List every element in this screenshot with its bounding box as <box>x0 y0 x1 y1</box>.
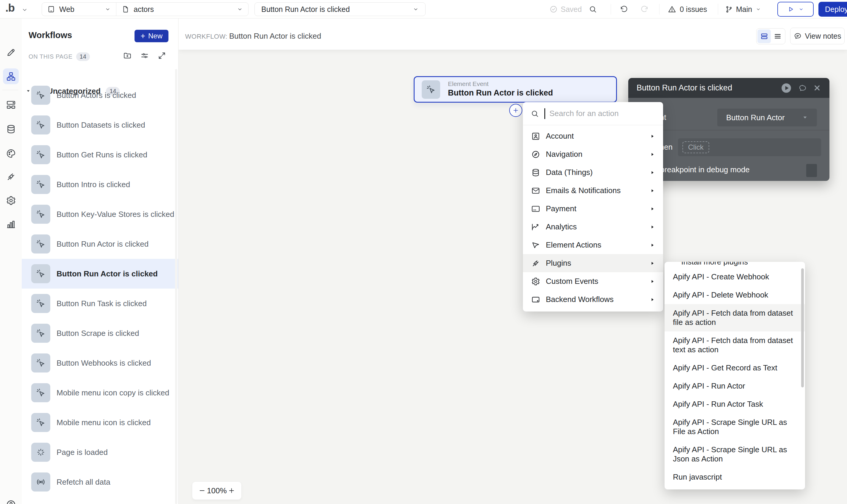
workflow-list: Button Actors is clicked Button Datasets… <box>22 80 178 497</box>
plugin-action-item[interactable]: Apify API - Run Actor <box>665 377 805 395</box>
view-notes-label: View notes <box>805 32 841 40</box>
bar-chart-icon[interactable] <box>6 219 16 229</box>
close-icon[interactable] <box>813 84 821 92</box>
card-view-toggle[interactable] <box>757 30 771 43</box>
redo-icon[interactable] <box>641 5 649 13</box>
zoom-in-icon[interactable] <box>228 487 235 494</box>
zoom-out-icon[interactable] <box>198 487 206 494</box>
components-icon[interactable] <box>6 100 16 110</box>
when-value-chip[interactable]: Click <box>682 141 709 153</box>
comment-bubble-icon[interactable] <box>798 84 807 92</box>
workflow-select[interactable]: Button Run Actor is clicked <box>254 2 426 16</box>
workflow-list-item[interactable]: Refetch all data <box>22 467 178 497</box>
issues-button[interactable]: 0 issues <box>668 0 707 18</box>
search-icon <box>530 109 539 118</box>
branch-selector[interactable]: Main <box>725 0 761 18</box>
breakpoint-checkbox[interactable] <box>806 164 817 177</box>
workflow-list-item[interactable]: Button Intro is clicked <box>22 169 178 199</box>
event-icon-chip <box>31 443 50 462</box>
bubble-logo[interactable]: .b <box>5 2 15 14</box>
event-icon-chip <box>31 413 50 432</box>
scrolled-partial-item[interactable]: Install more plugins <box>665 262 805 268</box>
undo-icon[interactable] <box>619 5 628 13</box>
workflows-tab-selected[interactable] <box>3 68 19 84</box>
workflow-list-item[interactable]: Button Run Actor is clicked <box>22 259 178 289</box>
palette-icon[interactable] <box>6 148 16 159</box>
action-category-item[interactable]: Data (Things) <box>523 163 663 181</box>
workflow-list-item[interactable]: Button Scrape is clicked <box>22 318 178 348</box>
category-icon <box>531 186 540 195</box>
toolbar-divider <box>659 4 660 15</box>
category-label: Data (Things) <box>546 168 593 177</box>
event-node[interactable]: Element Event Button Run Actor is clicke… <box>414 76 617 103</box>
deploy-button[interactable]: Deploy <box>818 2 847 17</box>
action-category-item[interactable]: Account <box>523 127 663 145</box>
plugin-action-item[interactable]: Run javascript <box>665 468 805 486</box>
workflow-list-item[interactable]: Page is loaded <box>22 437 178 467</box>
submenu-scrollbar-thumb[interactable] <box>801 268 804 388</box>
event-type-icon <box>36 417 46 428</box>
search-icon[interactable] <box>589 5 597 13</box>
saved-label: Saved <box>561 5 582 14</box>
element-dropdown[interactable]: Button Run Actor <box>717 109 817 126</box>
workflow-list-item[interactable]: Mobile menu icon copy is clicked <box>22 378 178 408</box>
plugin-action-item[interactable]: Apify API - Delete Webhook <box>665 286 805 304</box>
panel-scrollbar[interactable] <box>175 69 177 504</box>
submenu-arrow-icon <box>650 279 655 284</box>
platform-select[interactable]: Web <box>42 3 116 16</box>
plug-icon[interactable] <box>6 172 16 182</box>
monitor-icon <box>47 5 55 13</box>
design-pencil-icon[interactable] <box>6 47 16 57</box>
workflow-item-label: Button Scrape is clicked <box>57 329 139 338</box>
logo-chevron-down-icon[interactable] <box>21 6 28 13</box>
gear-icon[interactable] <box>6 196 16 205</box>
new-label: New <box>148 32 162 40</box>
plugin-action-item[interactable]: Apify API - Fetch data from dataset text… <box>665 331 805 359</box>
action-category-item[interactable]: Plugins <box>523 254 663 272</box>
category-label: Analytics <box>546 222 577 232</box>
view-notes-button[interactable]: View notes <box>790 28 845 44</box>
workflow-list-item[interactable]: Button Run Actor is clicked <box>22 229 178 259</box>
event-icon-chip <box>31 264 50 283</box>
workflow-list-item[interactable]: Button Run Task is clicked <box>22 289 178 318</box>
plugin-action-item[interactable]: Apify API - Create Webhook <box>665 268 805 286</box>
expand-icon[interactable] <box>158 51 166 60</box>
workflow-list-item[interactable]: Button Get Runs is clicked <box>22 140 178 169</box>
workflow-item-label: Button Datasets is clicked <box>57 121 145 130</box>
add-action-button[interactable] <box>509 104 522 117</box>
list-view-toggle[interactable] <box>771 30 784 43</box>
plugin-action-item[interactable]: Apify API - Scrape Single URL as Json as… <box>665 440 805 468</box>
warning-triangle-icon <box>668 5 676 13</box>
page-select[interactable]: actors <box>116 3 248 16</box>
action-category-item[interactable]: Custom Events <box>523 272 663 290</box>
action-category-item[interactable]: Analytics <box>523 218 663 236</box>
search-placeholder: Search for an action <box>549 109 619 118</box>
action-category-item[interactable]: Payment <box>523 200 663 218</box>
new-folder-icon[interactable] <box>123 51 132 60</box>
action-category-item[interactable]: Emails & Notifications <box>523 181 663 200</box>
workflow-list-item[interactable]: Button Webhooks is clicked <box>22 348 178 378</box>
plugin-action-item[interactable]: Apify API - Fetch data from dataset file… <box>665 304 805 331</box>
action-category-item[interactable]: Navigation <box>523 145 663 163</box>
when-input[interactable]: Click <box>678 138 821 156</box>
plugin-action-item[interactable]: Apify API - Scrape Single URL as File as… <box>665 413 805 440</box>
preview-button[interactable] <box>777 2 814 17</box>
action-category-item[interactable]: Backend Workflows <box>523 290 663 308</box>
workflow-list-item[interactable]: Button Datasets is clicked <box>22 110 178 140</box>
action-search-field[interactable]: Search for an action <box>523 102 663 125</box>
workflow-list-item[interactable]: Button Actors is clicked <box>22 80 178 110</box>
workflow-item-label: Button Key-Value Stores is clicked <box>57 210 174 219</box>
plugin-action-item[interactable]: Apify API - Run Actor Task <box>665 395 805 413</box>
database-icon[interactable] <box>6 124 16 134</box>
help-question-icon[interactable] <box>6 499 16 504</box>
category-icon <box>531 168 540 177</box>
filter-sliders-icon[interactable] <box>140 51 149 60</box>
plugin-action-item[interactable]: Apify API - Get Record as Text <box>665 359 805 377</box>
run-play-circle-icon[interactable] <box>780 82 792 94</box>
workflow-list-item[interactable]: Button Key-Value Stores is clicked <box>22 199 178 229</box>
action-category-item[interactable]: Element Actions <box>523 236 663 254</box>
new-workflow-button[interactable]: + New <box>134 30 168 42</box>
category-icon <box>531 277 540 286</box>
workflow-list-item[interactable]: Mobile menu icon is clicked <box>22 408 178 437</box>
property-editor-header[interactable]: Button Run Actor is clicked <box>628 78 829 98</box>
